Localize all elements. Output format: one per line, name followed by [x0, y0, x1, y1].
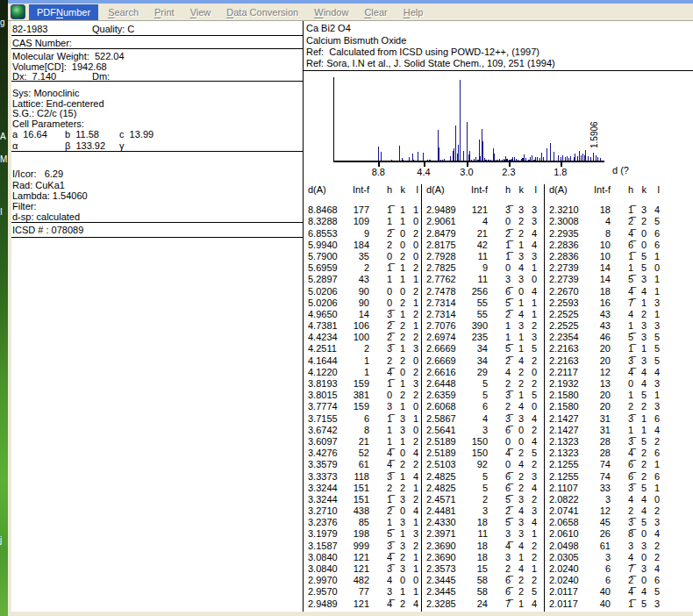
k-index: 2	[392, 320, 405, 332]
quality: Quality: C	[92, 24, 134, 34]
table-row: 3.67428130	[308, 425, 421, 436]
l-index: 6	[647, 228, 660, 240]
divider	[11, 35, 303, 36]
h-index: 2̅	[369, 320, 392, 332]
d-value: 2.6068	[426, 401, 465, 412]
l-index: 6	[647, 471, 660, 483]
h-index: 3̅	[488, 204, 511, 216]
d-value: 2.6359	[426, 390, 465, 401]
table-row: 2.2836101̅51	[549, 251, 693, 262]
l-index: 1	[405, 413, 418, 425]
diffraction-peak	[516, 160, 517, 161]
menu-item-search[interactable]: Search	[100, 4, 146, 20]
table-row: 2.776211330	[426, 274, 544, 285]
d-value: 3.6742	[308, 425, 346, 436]
k-index: 0	[633, 575, 647, 586]
l-index: 2	[405, 541, 418, 552]
table-row: 3.8015381022	[308, 390, 421, 401]
intensity: 438	[346, 505, 369, 517]
l-index: 2	[405, 262, 418, 274]
x-axis-line	[333, 161, 604, 162]
k-index: 2	[392, 297, 405, 309]
d-value: 2.8175	[426, 240, 465, 251]
d-value: 3.7155	[308, 413, 346, 425]
l-index: 4	[524, 598, 537, 610]
l-index: 4	[647, 528, 660, 540]
table-row: 5.9940184200	[308, 240, 421, 251]
h-index: 5̅	[488, 494, 511, 505]
intensity: 92	[465, 459, 488, 470]
h-index: 1̅	[611, 343, 633, 355]
table-row: 2.2593167̅13	[549, 297, 693, 309]
diffraction-peak	[543, 157, 544, 161]
menu-item-pdfnumber[interactable]: PDFNumber	[29, 4, 98, 20]
h-index: 3	[369, 586, 392, 598]
table-row: 8.84681771̅11	[308, 204, 421, 216]
h-index: 3̅	[369, 471, 392, 483]
crystal-system: Sys: Monoclinic	[12, 88, 79, 98]
diffraction-peak	[558, 155, 559, 161]
l-index: 0	[405, 240, 418, 251]
diffraction-peak	[590, 157, 591, 161]
intensity: 999	[346, 541, 369, 552]
d-value: 2.0240	[549, 563, 588, 575]
k-index: 5	[633, 262, 647, 274]
filter: Filter:	[12, 201, 37, 211]
h-index: 4̅	[369, 552, 392, 563]
table-row: 2.74782566̅04	[426, 286, 544, 297]
intensity: 40	[588, 586, 611, 598]
menu-item-window[interactable]: Window	[306, 4, 356, 20]
diffraction-peak	[482, 141, 483, 161]
h-index: 6̅	[611, 471, 633, 483]
h-index: 1	[369, 425, 392, 436]
col-header-h: h	[611, 184, 633, 196]
globe-app-icon[interactable]	[11, 4, 25, 19]
l-index: 3	[524, 332, 537, 343]
h-index: 3̅	[369, 343, 392, 355]
k-index: 1	[392, 528, 405, 540]
table-row: 3.19791985̅13	[308, 528, 421, 540]
d-value: 2.1323	[549, 436, 588, 448]
k-index: 3	[633, 332, 647, 343]
diffraction-peak	[582, 154, 583, 161]
table-row: 2.03053402	[549, 552, 693, 563]
menu-item-clear[interactable]: Clear	[356, 4, 395, 20]
k-index: 4	[511, 541, 524, 552]
h-index: 2	[369, 483, 392, 494]
d-value: 5.7900	[308, 251, 346, 262]
diffraction-peak	[444, 159, 445, 161]
menu-item-view[interactable]: View	[182, 4, 219, 20]
l-index: 6	[647, 575, 660, 586]
d-value: 2.9970	[308, 575, 346, 586]
table-row: 2.6669345̅15	[426, 343, 544, 355]
d-value: 3.0840	[308, 563, 346, 575]
d-value: 2.1427	[549, 413, 588, 425]
intensity: 24	[465, 598, 488, 610]
diffraction-peak	[469, 151, 470, 161]
menu-item-print[interactable]: Print	[146, 4, 182, 20]
intensity: 29	[465, 367, 488, 378]
intensity: 40	[588, 598, 611, 610]
menu-item-help[interactable]: Help	[396, 4, 432, 20]
l-index: 0	[524, 274, 537, 285]
h-index: 3̅	[488, 390, 511, 401]
k-index: 3	[511, 517, 524, 528]
d-value: 3.7774	[308, 401, 346, 412]
menu-item-data-conversion[interactable]: Data Conversion	[218, 4, 306, 20]
table-row: 2.60686240	[426, 401, 544, 412]
intensity: 1	[346, 367, 369, 378]
col-header-k: k	[511, 184, 524, 196]
table-row: 2.0658453̅53	[549, 517, 693, 528]
divider	[11, 151, 303, 152]
diffraction-pattern-chart: d (? 1.5906 8.84.43.02.31.8	[304, 75, 693, 179]
reference-2: Ref: Sora, I.N et al., J. Solid State Ch…	[306, 58, 555, 68]
h-index: 1̅	[369, 262, 392, 274]
intensity: 121	[465, 204, 488, 216]
l-index: 1	[647, 274, 660, 285]
diffraction-peak	[537, 157, 538, 161]
diffraction-peak	[570, 156, 571, 161]
d-value: 2.4571	[426, 494, 465, 505]
intensity: 2	[465, 494, 488, 505]
l-index: 1	[647, 309, 660, 320]
k-index: 3	[633, 274, 647, 285]
